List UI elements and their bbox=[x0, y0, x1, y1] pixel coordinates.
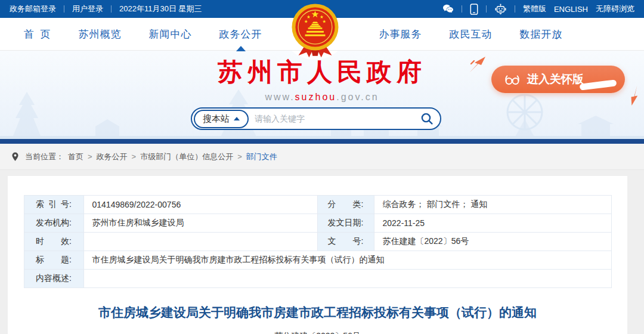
url-highlight: suzhou bbox=[295, 92, 337, 102]
table-row: 发布机构: 苏州市住房和城乡建设局 发文日期: 2022-11-25 bbox=[24, 214, 611, 233]
doc-number-label: 文 号: bbox=[317, 233, 374, 251]
table-row: 内容概述: bbox=[24, 270, 611, 288]
search-icon bbox=[420, 112, 434, 126]
table-row: 标 题: 市住房城乡建设局关于明确我市房建市政工程招标投标有关事项（试行）的通知 bbox=[24, 251, 611, 270]
title-label: 标 题: bbox=[24, 251, 83, 270]
accessibility-link[interactable]: 无障碍浏览 bbox=[596, 4, 634, 14]
summary-value bbox=[83, 270, 611, 288]
validity-label: 时 效: bbox=[24, 233, 83, 251]
national-emblem-icon bbox=[290, 2, 340, 58]
care-button-swoosh bbox=[580, 79, 617, 90]
decorative-arrow-icon bbox=[469, 55, 488, 73]
mail-login-link[interactable]: 政务邮箱登录 bbox=[10, 4, 56, 14]
care-version-button[interactable]: 进入关怀版 bbox=[491, 66, 625, 93]
breadcrumb-item-home[interactable]: 首页 bbox=[68, 151, 83, 162]
divider bbox=[515, 5, 515, 13]
mobile-icon[interactable] bbox=[470, 4, 478, 15]
user-login-link[interactable]: 用户登录 bbox=[72, 4, 103, 14]
divider bbox=[486, 5, 487, 13]
publish-date-value: 2022-11-25 bbox=[374, 214, 611, 233]
english-version-link[interactable]: ENGLISH bbox=[554, 5, 588, 14]
divider bbox=[111, 5, 112, 13]
nav-item-home[interactable]: 首 页 bbox=[24, 27, 51, 41]
nav-item-gov-affairs[interactable]: 政务公开 bbox=[219, 27, 262, 41]
nav-item-services[interactable]: 办事服务 bbox=[379, 27, 422, 41]
topbar-right: 繁體版 ENGLISH 无障碍浏览 bbox=[442, 4, 634, 15]
nav-item-overview[interactable]: 苏州概览 bbox=[79, 27, 122, 41]
breadcrumb-item-gov-affairs[interactable]: 政务公开 bbox=[97, 151, 128, 162]
breadcrumb-separator: > bbox=[132, 152, 137, 161]
category-label: 分 类: bbox=[317, 196, 374, 214]
table-row: 时 效: 文 号: 苏住建建〔2022〕56号 bbox=[24, 233, 611, 251]
index-number-value: 014149869/2022-00756 bbox=[83, 196, 317, 214]
issuing-agency-label: 发布机构: bbox=[24, 214, 83, 233]
site-url: www.suzhou.gov.cn bbox=[0, 92, 644, 103]
issuing-agency-value: 苏州市住房和城乡建设局 bbox=[83, 214, 317, 233]
document-content-card: 索 引 号: 014149869/2022-00756 分 类: 综合政务； 部… bbox=[8, 176, 627, 334]
summary-label: 内容概述: bbox=[24, 270, 83, 288]
nav-item-news[interactable]: 新闻中心 bbox=[149, 27, 192, 41]
article-title: 市住房城乡建设局关于明确我市房建市政工程招标投标有关事项（试行）的通知 bbox=[17, 304, 619, 321]
url-prefix: www. bbox=[265, 92, 295, 102]
breadcrumb-separator: > bbox=[88, 152, 92, 161]
publish-date-label: 发文日期: bbox=[317, 214, 374, 233]
breadcrumb-item-department-info[interactable]: 市级部门（单位）信息公开 bbox=[140, 151, 233, 162]
url-suffix: .gov.cn bbox=[336, 92, 379, 102]
care-version-label: 进入关怀版 bbox=[527, 72, 584, 87]
site-search-bar: 搜本站 bbox=[191, 107, 441, 130]
divider bbox=[64, 5, 64, 13]
index-number-label: 索 引 号: bbox=[24, 196, 83, 214]
doc-number-value: 苏住建建〔2022〕56号 bbox=[374, 233, 611, 251]
search-scope-dropdown[interactable]: 搜本站 bbox=[194, 110, 249, 128]
breadcrumb: 当前位置： 首页 > 政务公开 > 市级部门（单位）信息公开 > 部门文件 bbox=[0, 144, 644, 170]
category-value: 综合政务； 部门文件； 通知 bbox=[374, 196, 611, 214]
breadcrumb-label: 当前位置： bbox=[25, 151, 64, 162]
site-banner: 苏州市人民政府 www.suzhou.gov.cn 搜本站 进入关怀版 bbox=[0, 51, 644, 144]
divider bbox=[462, 5, 462, 13]
article-doc-number: 苏住建建〔2022〕56号 bbox=[8, 331, 627, 334]
current-date: 2022年11月30日 星期三 bbox=[119, 4, 202, 14]
breadcrumb-item-department-files[interactable]: 部门文件 bbox=[246, 151, 277, 162]
breadcrumb-separator: > bbox=[237, 152, 242, 161]
nav-item-open-data[interactable]: 数据开放 bbox=[520, 27, 563, 41]
table-row: 索 引 号: 014149869/2022-00756 分 类: 综合政务； 部… bbox=[24, 196, 611, 214]
location-pin-icon bbox=[11, 151, 20, 162]
search-input[interactable] bbox=[249, 114, 420, 123]
robot-icon[interactable] bbox=[494, 4, 507, 15]
nav-item-interaction[interactable]: 政民互动 bbox=[450, 27, 493, 41]
caret-up-icon bbox=[234, 117, 240, 120]
title-value: 市住房城乡建设局关于明确我市房建市政工程招标投标有关事项（试行）的通知 bbox=[83, 251, 611, 270]
search-scope-label: 搜本站 bbox=[203, 113, 230, 125]
glasses-icon bbox=[503, 73, 521, 86]
validity-value bbox=[83, 233, 317, 251]
search-submit-button[interactable] bbox=[420, 112, 434, 126]
traditional-version-link[interactable]: 繁體版 bbox=[523, 4, 546, 14]
topbar-left: 政务邮箱登录 用户登录 2022年11月30日 星期三 bbox=[10, 4, 202, 14]
document-metadata-table: 索 引 号: 014149869/2022-00756 分 类: 综合政务； 部… bbox=[24, 195, 612, 288]
wechat-icon[interactable] bbox=[442, 4, 454, 14]
